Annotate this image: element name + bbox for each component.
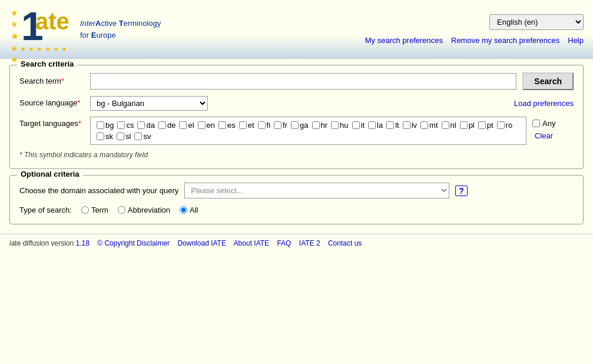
lang-checkbox-lt[interactable] [386, 121, 394, 129]
lang-check-lt[interactable]: lt [386, 121, 399, 130]
search-type-all-radio[interactable] [180, 206, 187, 214]
version-text: iate diffusion version [9, 239, 76, 247]
language-selector[interactable]: English (en)Bulgarian (bg)Czech (cs)Dani… [489, 14, 584, 30]
lang-check-es[interactable]: es [218, 121, 236, 130]
lang-checkbox-it[interactable] [352, 121, 360, 129]
lang-check-el[interactable]: el [179, 121, 194, 130]
lang-checkbox-hu[interactable] [331, 121, 339, 129]
lang-check-ro[interactable]: ro [497, 121, 513, 130]
lang-check-it[interactable]: it [352, 121, 365, 130]
lang-checkbox-el[interactable] [179, 121, 187, 129]
lang-checkbox-fr[interactable] [274, 121, 281, 129]
lang-checkbox-fi[interactable] [258, 121, 266, 129]
mandatory-note: * This symbol indicates a mandatory fiel… [19, 151, 574, 159]
iate2-link[interactable]: IATE 2 [299, 239, 320, 247]
header: ★ ★ ★ ★ ★ 1 ate ★ ★ ★ ★ ★ ★ [0, 0, 593, 59]
remove-prefs-link[interactable]: Remove my search preferences [451, 36, 559, 45]
main-content: Search criteria Search term* Search Sour… [0, 59, 593, 230]
lang-check-mt[interactable]: mt [420, 121, 438, 130]
lang-check-en[interactable]: en [198, 121, 215, 130]
lang-check-sk[interactable]: sk [97, 132, 113, 141]
version-link[interactable]: 1.18 [76, 239, 90, 247]
lang-checkbox-pl[interactable] [460, 121, 468, 129]
domain-row: Choose the domain associated with your q… [19, 183, 574, 198]
lang-check-lv[interactable]: lv [403, 121, 417, 130]
source-language-select[interactable]: bg - Bulgariancs - Czechda - Danishde - … [90, 96, 208, 111]
star-icon: ★ [37, 45, 42, 53]
lang-checkbox-lv[interactable] [403, 121, 410, 129]
search-type-term[interactable]: Term [81, 206, 108, 214]
any-clear-area: Any Clear [532, 117, 574, 140]
lang-checkbox-sl[interactable] [117, 133, 124, 140]
search-type-abbreviation-radio[interactable] [118, 206, 125, 214]
my-search-prefs-link[interactable]: My search preferences [365, 36, 443, 45]
copyright-link[interactable]: © Copyright Disclaimer [97, 239, 170, 247]
lang-check-fr[interactable]: fr [274, 121, 287, 130]
lang-check-et[interactable]: et [239, 121, 254, 130]
contact-link[interactable]: Contact us [328, 239, 362, 247]
required-asterisk: * [61, 77, 64, 85]
lang-check-ga[interactable]: ga [291, 121, 308, 130]
footer: iate diffusion version 1.18 © Copyright … [0, 234, 593, 252]
lang-checkbox-sk[interactable] [97, 133, 104, 140]
lang-check-la[interactable]: la [368, 121, 383, 130]
lang-checkbox-la[interactable] [368, 121, 376, 129]
clear-link[interactable]: Clear [535, 131, 553, 140]
lang-check-pl[interactable]: pl [460, 121, 475, 130]
lang-check-hr[interactable]: hr [312, 121, 328, 130]
lang-checkbox-da[interactable] [137, 121, 145, 129]
search-term-input[interactable] [90, 73, 516, 90]
logo-tagline: InterActive Terminology for Europe [80, 18, 161, 41]
lang-check-bg[interactable]: bg [97, 121, 114, 130]
lang-checkbox-cs[interactable] [117, 121, 125, 129]
domain-select[interactable]: Please select... [184, 183, 449, 198]
lang-check-pt[interactable]: pt [478, 121, 493, 130]
search-type-term-radio[interactable] [81, 206, 89, 214]
lang-checkbox-ga[interactable] [291, 121, 299, 129]
search-term-label: Search term* [19, 77, 84, 87]
logo-area: ★ ★ ★ ★ ★ 1 ate ★ ★ ★ ★ ★ ★ [9, 6, 161, 53]
lang-checkbox-et[interactable] [239, 121, 247, 129]
star-icon: ★ [28, 45, 34, 53]
source-language-row: Source language* bg - Bulgariancs - Czec… [19, 96, 574, 111]
download-link[interactable]: Download IATE [177, 239, 226, 247]
load-preferences-link[interactable]: Load preferences [514, 99, 574, 108]
help-link-header[interactable]: Help [568, 36, 584, 45]
lang-check-hu[interactable]: hu [331, 121, 348, 130]
lang-check-da[interactable]: da [137, 121, 154, 130]
lang-checkbox-ro[interactable] [497, 121, 505, 129]
star-icon: ★ [45, 45, 51, 53]
search-criteria-legend: Search criteria [17, 59, 77, 68]
star-icon: ★ [61, 45, 67, 53]
lang-checkbox-bg[interactable] [97, 121, 104, 129]
target-languages-row: Target languages* bgcsdadeelenesetfifrga… [19, 117, 574, 145]
lang-checkbox-es[interactable] [218, 121, 226, 129]
lang-checkbox-de[interactable] [158, 121, 166, 129]
search-type-all[interactable]: All [180, 206, 198, 214]
target-language-checkboxes: bgcsdadeelenesetfifrgahrhuitlaltlvmtnlpl… [90, 117, 526, 145]
about-link[interactable]: About IATE [234, 239, 269, 247]
lang-checkbox-mt[interactable] [420, 121, 428, 129]
faq-link[interactable]: FAQ [277, 239, 291, 247]
logo-ate: ate [35, 8, 69, 34]
lang-checkbox-pt[interactable] [478, 121, 486, 129]
any-label[interactable]: Any [532, 119, 555, 128]
search-type-abbreviation[interactable]: Abbreviation [118, 206, 170, 214]
language-selector-wrap[interactable]: English (en)Bulgarian (bg)Czech (cs)Dani… [489, 14, 584, 30]
lang-checkbox-nl[interactable] [442, 121, 449, 129]
search-type-label: Type of search: [19, 206, 72, 214]
lang-checkbox-en[interactable] [198, 121, 206, 129]
lang-checkbox-sv[interactable] [134, 133, 142, 140]
lang-check-cs[interactable]: cs [117, 121, 134, 130]
lang-check-sl[interactable]: sl [117, 132, 131, 141]
lang-check-nl[interactable]: nl [442, 121, 456, 130]
lang-check-fi[interactable]: fi [258, 121, 271, 130]
search-type-row: Type of search: Term Abbreviation All [19, 206, 574, 214]
search-button[interactable]: Search [522, 72, 574, 90]
domain-help-link[interactable]: ? [455, 186, 468, 196]
lang-check-de[interactable]: de [158, 121, 175, 130]
target-languages-label: Target languages* [19, 117, 84, 128]
lang-check-sv[interactable]: sv [134, 132, 151, 141]
lang-checkbox-hr[interactable] [312, 121, 320, 129]
any-checkbox[interactable] [532, 120, 540, 127]
